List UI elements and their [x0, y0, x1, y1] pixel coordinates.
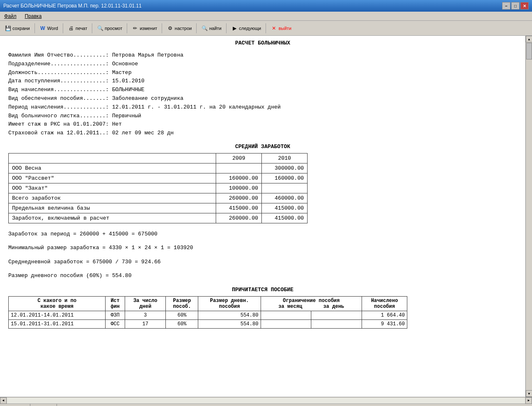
scroll-down-arrow[interactable]: ▼	[526, 390, 532, 397]
preview-label: просмот	[105, 26, 122, 31]
calc-line-2: Среднедневной заработок = 675000 / 730 =…	[8, 257, 517, 267]
info-line-6: Период начисления.............: 12.01.20…	[8, 103, 517, 112]
toolbar: 💾 сохрани W Word 🖨 печат 🔍 просмот ✏ изм…	[0, 21, 532, 36]
payout-1-size: 60%	[166, 319, 198, 328]
total-1-2010: 460000.00	[262, 193, 308, 203]
find-label: найти	[209, 26, 222, 31]
table-row: ООО Весна 300000.00	[9, 163, 308, 173]
word-button[interactable]: W Word	[37, 22, 61, 34]
total-1-label: Всего заработок	[9, 193, 216, 203]
status-bar: Текущая: 1 Всего: 56	[0, 404, 532, 406]
edit-label: изменит	[140, 26, 157, 31]
table-row: ООО "Рассвет" 160000.00 160000.00	[9, 173, 308, 183]
scroll-right-arrow[interactable]: ►	[525, 397, 532, 404]
payout-0-days: 3	[125, 311, 166, 319]
payout-col-daily: Размер дневн.пособия	[198, 296, 261, 311]
payout-0-accrued: 1 664.40	[362, 311, 407, 319]
payout-0-daily: 554.80	[198, 311, 261, 319]
scroll-track[interactable]	[526, 60, 532, 390]
company-2-2010	[262, 183, 308, 193]
info-line-3: Дата поступления..............: 15.01.20…	[8, 77, 517, 86]
total-2-2009: 415000.00	[216, 203, 262, 213]
scroll-left-arrow[interactable]: ◄	[0, 397, 7, 404]
word-label: Word	[47, 26, 58, 31]
info-block: Фамилия Имя Отчество..........: Петрова …	[8, 51, 517, 138]
find-icon: 🔍	[201, 25, 208, 32]
payout-col-accrued: Начисленопособия	[362, 296, 407, 311]
payout-0-period: 12.01.2011-14.01.2011	[9, 311, 106, 319]
total-1-2009: 260000.00	[216, 193, 262, 203]
payout-1-accrued: 9 431.60	[362, 319, 407, 328]
payout-col-size: Размерпособ.	[166, 296, 198, 311]
horizontal-scrollbar[interactable]: ◄ ►	[0, 397, 532, 404]
find-button[interactable]: 🔍 найти	[198, 22, 224, 34]
next-button[interactable]: ▶ следующи	[228, 22, 264, 34]
payout-1-days: 17	[125, 319, 166, 328]
table-row-total-1: Всего заработок 260000.00 460000.00	[9, 193, 308, 203]
payout-1-period: 15.01.2011-31.01.2011	[9, 319, 106, 328]
next-icon: ▶	[231, 25, 238, 32]
company-1-2010: 160000.00	[262, 173, 308, 183]
separator-4	[127, 23, 127, 33]
preview-button[interactable]: 🔍 просмот	[94, 22, 125, 34]
save-icon: 💾	[5, 25, 11, 32]
calc-line-1: Минимальный размер заработка = 4330 × 1 …	[8, 243, 517, 253]
separator-5	[162, 23, 162, 33]
company-0-2010: 300000.00	[262, 163, 308, 173]
menu-edit[interactable]: Правка	[22, 13, 44, 20]
info-line-9: Страховой стаж на 12.01.2011..: 02 лет 0…	[8, 129, 517, 138]
total-3-label: Заработок, включаемый в расчет	[9, 213, 216, 223]
info-line-5: Вид обеспечения пособия.......: Заболева…	[8, 94, 517, 103]
save-button[interactable]: 💾 сохрани	[2, 22, 33, 34]
calc-block: Заработок за период = 260000 + 415000 = …	[8, 229, 517, 281]
earnings-table: 2009 2010 ООО Весна 300000.00 ООО "Рассв…	[8, 153, 308, 223]
separator-6	[196, 23, 197, 33]
payout-1-limit-day	[311, 319, 362, 328]
main-container: РАСЧЕТ БОЛЬНИЧНЫХ Фамилия Имя Отчество..…	[0, 36, 532, 397]
company-0-label: ООО Весна	[9, 163, 216, 173]
scroll-up-arrow[interactable]: ▲	[526, 36, 532, 42]
table-row: ООО "Закат" 100000.00	[9, 183, 308, 193]
edit-button[interactable]: ✏ изменит	[129, 22, 160, 34]
payout-col-days: За числодней	[125, 296, 166, 311]
scroll-thumb[interactable]	[526, 43, 532, 59]
table-row-total-2: Предельная величина базы 415000.00 41500…	[9, 203, 308, 213]
window-controls: – □ ✕	[502, 2, 529, 10]
title-bar: Расчет БОЛЬНИЧНЫЕ Петрова М.П. пер. 12.0…	[0, 0, 532, 12]
maximize-button[interactable]: □	[511, 2, 520, 10]
separator-7	[226, 23, 227, 33]
company-2-2009: 100000.00	[216, 183, 262, 193]
payout-0-limit-day	[311, 311, 362, 319]
hscroll-track	[7, 398, 525, 404]
settings-button[interactable]: ⚙ настрои	[164, 22, 195, 34]
vertical-scrollbar[interactable]: ▲ ▼	[525, 36, 532, 397]
info-line-2: Должность.....................: Мастер	[8, 69, 517, 77]
minimize-button[interactable]: –	[502, 2, 510, 10]
separator-1	[34, 23, 35, 33]
save-label: сохрани	[12, 26, 30, 31]
table-row-total-3: Заработок, включаемый в расчет 260000.00…	[9, 213, 308, 223]
exit-icon: ✕	[271, 25, 277, 32]
earnings-col-2009: 2009	[216, 153, 262, 163]
menu-file[interactable]: Файл	[2, 13, 19, 20]
earnings-col-2010: 2010	[262, 153, 308, 163]
menu-bar: Файл Правка	[0, 12, 532, 21]
earnings-title: СРЕДНИЙ ЗАРАБОТОК	[8, 144, 517, 150]
payout-1-source: ФСС	[106, 319, 125, 328]
payout-title: ПРИЧИТАЕТСЯ ПОСОБИЕ	[8, 287, 517, 293]
close-button[interactable]: ✕	[520, 2, 529, 10]
window-title: Расчет БОЛЬНИЧНЫЕ Петрова М.П. пер. 12.0…	[3, 3, 142, 9]
total-2-label: Предельная величина базы	[9, 203, 216, 213]
exit-button[interactable]: ✕ выйти	[268, 22, 294, 34]
payout-0-source: ФЗП	[106, 311, 125, 319]
separator-3	[92, 23, 92, 33]
total-2-2010: 415000.00	[262, 203, 308, 213]
payout-col-period: С какого и покакое время	[9, 296, 106, 311]
info-line-4: Вид начисления................: БОЛЬНИЧН…	[8, 86, 517, 94]
exit-label: выйти	[278, 26, 291, 31]
company-1-label: ООО "Рассвет"	[9, 173, 216, 183]
calc-line-0: Заработок за период = 260000 + 415000 = …	[8, 229, 517, 239]
print-button[interactable]: 🖨 печат	[65, 22, 90, 34]
content-area[interactable]: РАСЧЕТ БОЛЬНИЧНЫХ Фамилия Имя Отчество..…	[0, 36, 525, 397]
separator-8	[266, 23, 266, 33]
